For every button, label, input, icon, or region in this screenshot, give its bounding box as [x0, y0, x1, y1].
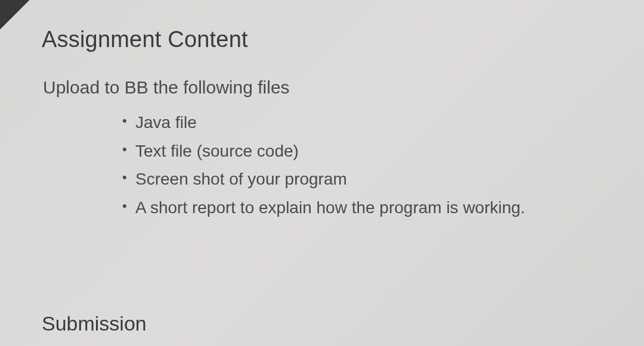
upload-instruction: Upload to BB the following files — [42, 77, 602, 98]
section-title-assignment-content: Assignment Content — [42, 27, 602, 52]
assignment-page: Assignment Content Upload to BB the foll… — [0, 0, 644, 222]
file-list: Java file Text file (source code) Screen… — [42, 108, 602, 222]
section-title-submission: Submission — [42, 312, 147, 335]
list-item: A short report to explain how the progra… — [122, 194, 602, 222]
list-item: Text file (source code) — [122, 137, 602, 166]
list-item: Screen shot of your program — [122, 165, 602, 194]
list-item: Java file — [122, 108, 602, 137]
